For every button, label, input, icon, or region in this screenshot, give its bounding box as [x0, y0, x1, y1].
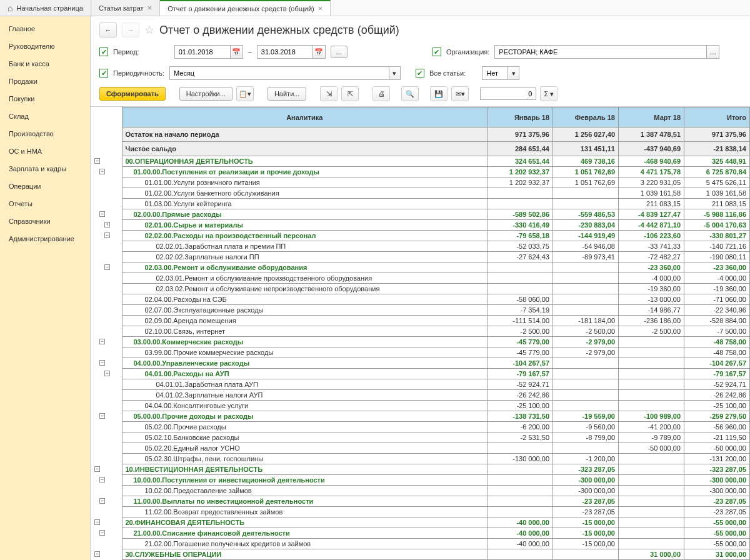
- table-row[interactable]: −02.02.00.Расходы на производственный пе…: [91, 231, 750, 241]
- table-row[interactable]: 02.07.00.Эксплуатационные расходы-7 354,…: [91, 305, 750, 316]
- sidebar-item[interactable]: Производство: [0, 125, 90, 142]
- sidebar-item[interactable]: Банк и касса: [0, 55, 90, 72]
- sigma-icon[interactable]: Σ ▾: [540, 86, 558, 101]
- expand-icon[interactable]: ⇲: [320, 86, 338, 101]
- close-icon[interactable]: ×: [318, 4, 323, 13]
- org-more-button[interactable]: …: [707, 45, 719, 59]
- sidebar-item[interactable]: Отчеты: [0, 195, 90, 212]
- table-row[interactable]: 04.01.01.Заработная плата АУП-52 924,71-…: [91, 379, 750, 390]
- collapse-icon[interactable]: −: [104, 371, 110, 376]
- forward-button[interactable]: →: [122, 22, 139, 38]
- table-row[interactable]: −02.03.00.Ремонт и обслуживание оборудов…: [91, 262, 750, 273]
- sidebar-item[interactable]: Зарплата и кадры: [0, 160, 90, 178]
- table-row[interactable]: −10.00.00.Поступления от инвестиционной …: [91, 475, 750, 486]
- tab-report[interactable]: Отчет о движении денежных средств (общий…: [160, 0, 331, 16]
- table-row[interactable]: Чистое сальдо284 651,44131 451,11-437 94…: [91, 142, 750, 156]
- settings-button[interactable]: Настройки...: [179, 87, 232, 101]
- table-row[interactable]: 01.01.00.Услуги розничного питания1 202 …: [91, 178, 750, 188]
- collapse-icon[interactable]: −: [104, 232, 110, 238]
- org-checkbox[interactable]: [432, 48, 441, 56]
- tab-home[interactable]: Начальная страница: [0, 0, 91, 16]
- table-row[interactable]: −05.00.00.Прочие доходы и расходы-138 73…: [91, 411, 750, 422]
- print-icon[interactable]: 🖨: [372, 86, 390, 101]
- table-row[interactable]: −02.00.00.Прямые расходы-589 502,86-559 …: [91, 209, 750, 220]
- expand-icon[interactable]: +: [104, 222, 110, 228]
- sidebar-item[interactable]: Операции: [0, 178, 90, 195]
- table-row[interactable]: −00.ОПЕРАЦИОННАЯ ДЕЯТЕЛЬНОСТЬ324 651,444…: [91, 156, 750, 167]
- sidebar-item[interactable]: Склад: [0, 108, 90, 125]
- sidebar-item[interactable]: Главное: [0, 20, 90, 38]
- table-row[interactable]: 05.02.00.Прочие расходы-6 200,00-9 560,0…: [91, 422, 750, 432]
- sidebar-item[interactable]: Администрирование: [0, 230, 90, 248]
- table-row[interactable]: −01.00.00.Поступления от реализации и пр…: [91, 167, 750, 178]
- table-row[interactable]: 11.02.00.Возврат предоставленных займов-…: [91, 507, 750, 518]
- collapse-icon[interactable]: −: [94, 519, 100, 525]
- preview-icon[interactable]: 🔍: [401, 86, 419, 101]
- periodicity-select[interactable]: [169, 66, 389, 80]
- tab-articles[interactable]: Статьи затрат×: [91, 0, 160, 16]
- table-row[interactable]: 21.02.00.Погашение полученных кредитов и…: [91, 539, 750, 549]
- collapse-icon[interactable]: ⇱: [341, 86, 359, 101]
- find-button[interactable]: Найти...: [268, 87, 307, 101]
- table-row[interactable]: 04.04.00.Консалтинговые услуги-25 100,00…: [91, 401, 750, 411]
- org-input[interactable]: [494, 45, 707, 59]
- sidebar-item[interactable]: Покупки: [0, 90, 90, 108]
- table-row[interactable]: +02.01.00.Сырье и материалы-330 416,49-2…: [91, 220, 750, 231]
- collapse-icon[interactable]: −: [99, 360, 105, 366]
- table-row[interactable]: 05.02.30.Штрафы, пени, госпошлины-130 00…: [91, 454, 750, 464]
- mail-icon[interactable]: ✉▾: [451, 86, 469, 101]
- close-icon[interactable]: ×: [148, 3, 152, 12]
- collapse-icon[interactable]: −: [99, 169, 105, 174]
- save-icon[interactable]: 💾: [430, 86, 448, 101]
- table-row[interactable]: 01.03.00.Услуги кейтеринга211 083,15211 …: [91, 199, 750, 209]
- periodicity-checkbox[interactable]: [99, 69, 108, 78]
- collapse-icon[interactable]: −: [94, 466, 100, 472]
- table-row[interactable]: 10.02.00.Предоставление займов-300 000,0…: [91, 486, 750, 496]
- all-articles-checkbox[interactable]: [416, 69, 424, 78]
- period-more-button[interactable]: ...: [331, 46, 348, 58]
- collapse-icon[interactable]: −: [99, 477, 105, 482]
- table-row[interactable]: 05.02.20.Единый налог УСНО-50 000,00-50 …: [91, 443, 750, 454]
- table-row[interactable]: 01.02.00.Услуги банкетного обслуживания1…: [91, 188, 750, 199]
- table-row[interactable]: 05.02.10.Банковские расходы-2 531,50-8 7…: [91, 432, 750, 443]
- table-row[interactable]: 02.02.01.Заработная плата и премии ПП-52…: [91, 241, 750, 252]
- collapse-icon[interactable]: −: [99, 498, 105, 504]
- collapse-icon[interactable]: −: [99, 339, 105, 344]
- all-articles-select[interactable]: [482, 66, 508, 80]
- table-row[interactable]: −03.00.00.Коммерческие расходы-45 779,00…: [91, 337, 750, 348]
- period-checkbox[interactable]: [99, 48, 108, 56]
- table-row[interactable]: 04.01.02.Зарплатные налоги АУП-26 242,86…: [91, 390, 750, 401]
- table-row[interactable]: 02.03.01.Ремонт и обслуживание производс…: [91, 273, 750, 284]
- star-icon[interactable]: [144, 23, 154, 37]
- table-row[interactable]: −11.00.00.Выплаты по инвестиционной деят…: [91, 496, 750, 507]
- table-row[interactable]: 02.10.00.Связь, интернет-2 500,00-2 500,…: [91, 326, 750, 337]
- sum-input[interactable]: [480, 88, 536, 100]
- table-row[interactable]: −30.СЛУЖЕБНЫЕ ОПЕРАЦИИ31 000,0031 000,00: [91, 549, 750, 560]
- table-row[interactable]: 02.09.00.Аренда помещения-111 514,00-181…: [91, 316, 750, 326]
- chevron-down-icon[interactable]: ▾: [389, 66, 401, 80]
- table-row[interactable]: −04.00.00.Управленческие расходы-104 267…: [91, 358, 750, 369]
- form-button[interactable]: Сформировать: [99, 87, 166, 101]
- table-row[interactable]: 02.02.02.Зарплатные налоги ПП-27 624,43-…: [91, 252, 750, 262]
- table-row[interactable]: −21.00.00.Списание финансовой деятельнос…: [91, 528, 750, 539]
- table-row[interactable]: −04.01.00.Расходы на АУП-79 167,57-79 16…: [91, 369, 750, 379]
- calendar-icon[interactable]: 📅: [231, 45, 243, 59]
- sidebar-item[interactable]: Продажи: [0, 72, 90, 90]
- table-row[interactable]: 03.99.00.Прочие коммерческие расходы-45 …: [91, 348, 750, 358]
- date-from-input[interactable]: [174, 45, 231, 59]
- table-row[interactable]: 02.03.02.Ремонт и обслуживание непроизво…: [91, 284, 750, 294]
- collapse-icon[interactable]: −: [99, 530, 105, 536]
- table-row[interactable]: −10.ИНВЕСТИЦИОННАЯ ДЕЯТЕЛЬНОСТЬ-323 287,…: [91, 464, 750, 475]
- collapse-icon[interactable]: −: [94, 551, 100, 557]
- sidebar-item[interactable]: ОС и НМА: [0, 142, 90, 160]
- collapse-icon[interactable]: −: [99, 211, 105, 217]
- table-row[interactable]: −20.ФИНАНСОВАЯ ДЕЯТЕЛЬНОСТЬ-40 000,00-15…: [91, 518, 750, 528]
- sidebar-item[interactable]: Справочники: [0, 212, 90, 230]
- collapse-icon[interactable]: −: [99, 413, 105, 419]
- table-row[interactable]: Остаток на начало периода971 375,961 256…: [91, 128, 750, 142]
- calendar-icon[interactable]: 📅: [313, 45, 326, 59]
- collapse-icon[interactable]: −: [94, 158, 100, 164]
- date-to-input[interactable]: [257, 45, 313, 59]
- collapse-icon[interactable]: −: [104, 264, 110, 270]
- sidebar-item[interactable]: Руководителю: [0, 38, 90, 55]
